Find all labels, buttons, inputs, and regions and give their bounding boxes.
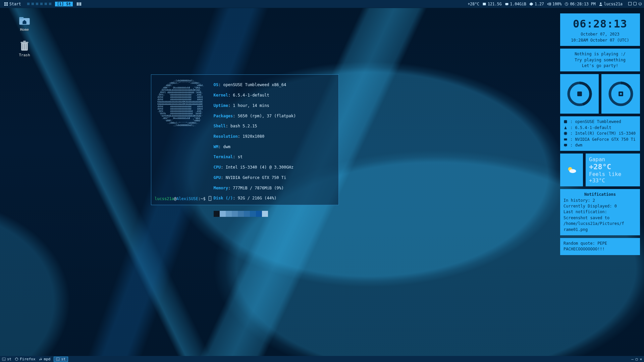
folder-home-icon xyxy=(19,15,30,26)
start-button[interactable]: Start xyxy=(2,2,23,6)
weather-indicator[interactable]: +28°C xyxy=(468,2,479,6)
neofetch-info: OS: openSUSE Tumbleweed x86_64 Kernel: 6… xyxy=(214,77,296,227)
neofetch-ascii-art: .;ldkO0000Okdl;. .;d00xl:^''''''^:ok00d;… xyxy=(155,80,204,225)
shell-prompt[interactable]: lucss21a@AlexiSUSE:~$ xyxy=(155,196,211,201)
svg-rect-7 xyxy=(19,17,23,19)
active-tag[interactable]: [1] St xyxy=(55,2,73,6)
color-swatches xyxy=(214,211,296,217)
workspace-pager[interactable] xyxy=(27,2,52,5)
layout-indicator-icon[interactable] xyxy=(77,2,81,6)
start-icon xyxy=(4,2,8,6)
trash-icon xyxy=(19,40,30,52)
desktop-icon-home[interactable]: Home xyxy=(19,15,30,32)
svg-rect-9 xyxy=(20,42,28,43)
svg-rect-10 xyxy=(23,41,26,42)
start-label: Start xyxy=(9,2,21,6)
disk-icon xyxy=(482,2,483,6)
top-bar: Start [1] St +28°C 121.5G 1.04GiB 1.27 1… xyxy=(0,0,483,8)
desktop-icon-trash[interactable]: Trash xyxy=(19,40,30,57)
disk-indicator[interactable]: 121.5G xyxy=(482,2,483,6)
cursor xyxy=(209,196,211,201)
terminal-window[interactable]: .;ldkO0000Okdl;. .;d00xl:^''''''^:ok00d;… xyxy=(151,74,339,205)
